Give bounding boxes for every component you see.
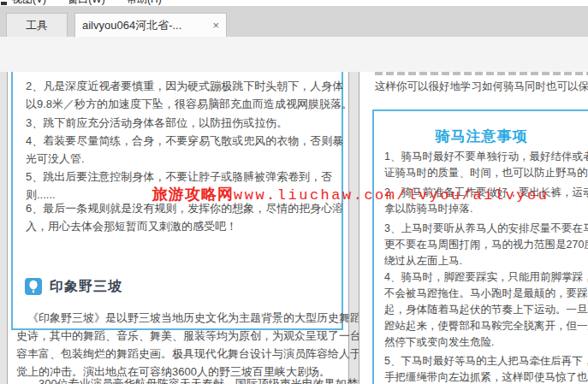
intro-text: 这样你可以很好地学习如何骑马同时也可以保障 (375, 80, 588, 94)
list-item: 6、最后一条规则就是没有规则，发挥你的想象，尽情的把身心溶 入，用心去体会那短暂… (26, 199, 343, 235)
menu-view[interactable]: 视图(V) (12, 0, 46, 5)
tab-document[interactable]: ailvyou064河北省-... × (74, 13, 227, 37)
menu-items: 视图(V) 窗口(W) 帮助(H) (12, 0, 181, 6)
clipped-text-line (375, 72, 588, 75)
list-item: 4、骑马时，脚蹬要踩实，只能用前脚掌踩， 不会被马蹬拖住。马小跑时是最颠的，要踩… (384, 269, 588, 351)
pdf-page-right: 这样你可以很好地学习如何骑马同时也可以保障 骑马注意事项 1、骑马时最好不要单独… (359, 72, 588, 384)
tab-bar: 工具 ailvyou064河北省-... × (0, 6, 588, 37)
list-item: 3、上马时要听从养马人的安排尽量不要在马 更不要在马周围打闹，马的视力范围是27… (384, 221, 588, 269)
list-item: 2、凡是深度近视者要慎重，因为硬式蹦极跳下时头朝下，人身体 以9.8米／秒方的加… (26, 77, 353, 113)
list-item: 4、着装要尽量简练，合身，不要穿易飞散或兜风的衣物，否则暴 光可没人管. (26, 132, 343, 168)
list-item: 2、骑马前准备工作要做好，要出长裤，运动 拿以防骑马时掉落. (384, 185, 588, 217)
list-item: 1、骑马时最好不要单独行动，最好结伴或者 证骑马时的质量、时间，也可以防止野马的 (384, 149, 588, 181)
list-item: 5、下马时最好等马的主人把马牵住后再下， 手把缰绳带向左边抓紧，这样即使马惊了也… (384, 353, 588, 384)
paragraph: 300位专业演员豪华航母阵容天天奉献，国际顶级声光电效果如梦如 (16, 375, 369, 384)
list-item: 3、跳下前应充分活动身体各部位，以防扭伤或拉伤。 (26, 114, 288, 132)
document-viewer[interactable]: 2、凡是深度近视者要慎重，因为硬式蹦极跳下时头朝下，人身体 以9.8米／秒方的加… (0, 72, 588, 384)
section-header: 印象野三坡 (25, 277, 122, 296)
menu-fragment (1, 2, 7, 5)
section-title: 印象野三坡 (50, 278, 122, 296)
riding-box-title: 骑马注意事项 (374, 127, 588, 146)
tab-close-icon[interactable]: × (212, 19, 219, 32)
riding-tips-box: 骑马注意事项 1、骑马时最好不要单独行动，最好结伴或者 证骑马时的质量、时间，也… (372, 109, 588, 384)
tab-tools-label: 工具 (26, 18, 48, 33)
tab-tools[interactable]: 工具 (6, 13, 68, 37)
toolbar: 8 / 13 94% (0, 37, 588, 73)
menu-bar: 视图(V) 窗口(W) 帮助(H) (0, 0, 588, 6)
paragraph: 《印象野三坡》是以野三坡当地历史文化为主题背景的大型历史舞蹈 史诗，其中的舞蹈、… (16, 309, 372, 381)
list-item: 5、跳出后要注意控制身体，不要让脖子或胳膊被弹索卷到，否 则...... (26, 168, 332, 204)
menu-window[interactable]: 窗口(W) (68, 0, 104, 5)
menu-help[interactable]: 帮助(H) (127, 0, 162, 5)
balloon-icon (25, 278, 42, 295)
pdf-page-left: 2、凡是深度近视者要慎重，因为硬式蹦极跳下时头朝下，人身体 以9.8米／秒方的加… (7, 72, 349, 384)
tab-document-title: ailvyou064河北省-... (82, 18, 181, 33)
pdf-reader-window: 视图(V) 窗口(W) 帮助(H) 工具 ailvyou064河北省-... × (0, 0, 588, 384)
